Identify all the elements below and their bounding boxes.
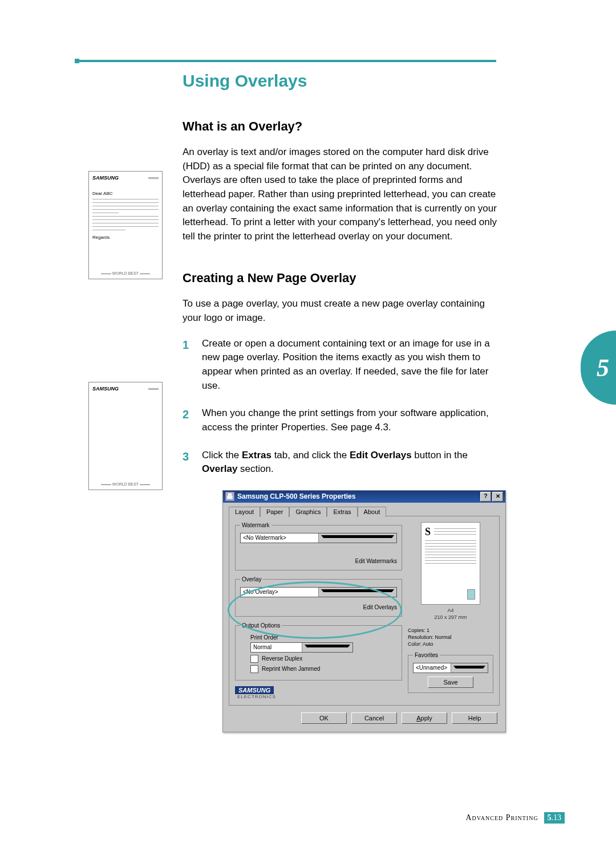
printer-icon: 🖶 — [225, 492, 234, 501]
samsung-logo: SAMSUNG — [235, 686, 274, 694]
print-order-value: Normal — [251, 643, 302, 652]
salutation-text: Dear ABC — [92, 191, 159, 196]
cancel-button[interactable]: Cancel — [351, 712, 397, 724]
watermark-legend: Watermark — [240, 522, 271, 528]
main-content: Using Overlays What is an Overlay? An ov… — [183, 71, 502, 732]
footer-text: WORLD BEST — [99, 482, 152, 486]
watermark-fieldset: Watermark <No Watermark> Edit Watermarks — [235, 522, 402, 570]
preview-paper: A4 — [408, 608, 493, 614]
tab-about[interactable]: About — [358, 507, 387, 517]
chapter-number: 5 — [597, 353, 609, 382]
apply-button[interactable]: Apply — [402, 712, 447, 724]
chevron-down-icon[interactable] — [318, 533, 396, 543]
help-button[interactable]: ? — [480, 492, 491, 502]
checkbox-icon — [250, 655, 258, 663]
chapter-tab: 5 — [581, 331, 616, 405]
ok-button[interactable]: OK — [301, 712, 347, 724]
chevron-down-icon[interactable] — [318, 588, 396, 597]
overlay-legend: Overlay — [240, 576, 263, 582]
heading-2b: Creating a New Page Overlay — [183, 271, 502, 286]
step-text: When you change the print settings from … — [202, 406, 502, 434]
overlay-example-illustration-1: SAMSUNG Dear ABC Regards WORLD BEST — [88, 171, 163, 279]
favorites-fieldset: Favorites <Unnamed> Save — [408, 652, 493, 693]
page-footer: Advanced Printing 5.13 — [0, 812, 565, 824]
tab-content: Watermark <No Watermark> Edit Watermarks — [229, 516, 500, 706]
watermark-value: <No Watermark> — [241, 533, 318, 543]
footer-section: Advanced Printing — [466, 813, 538, 822]
overlay-example-illustration-2: SAMSUNG WORLD BEST — [88, 382, 163, 490]
intro-paragraph: An overlay is text and/or images stored … — [183, 145, 502, 243]
footer-text: WORLD BEST — [99, 271, 152, 275]
heading-2a: What is an Overlay? — [183, 119, 502, 134]
tab-paper[interactable]: Paper — [260, 507, 289, 517]
page: SAMSUNG Dear ABC Regards WORLD BEST SAMS… — [0, 0, 616, 868]
intro-paragraph-2: To use a page overlay, you must create a… — [183, 297, 502, 325]
reprint-jammed-checkbox[interactable]: Reprint When Jammed — [250, 665, 397, 673]
overlay-dropdown[interactable]: <No Overlay> — [240, 587, 397, 597]
favorites-value: <Unnamed> — [414, 663, 451, 673]
output-options-legend: Output Options — [240, 622, 282, 629]
edit-overlays-button[interactable]: Edit Overlays — [363, 603, 397, 612]
step-number: 1 — [183, 337, 194, 393]
close-button[interactable]: ✕ — [492, 492, 503, 502]
tab-graphics[interactable]: Graphics — [289, 507, 327, 517]
favorites-dropdown[interactable]: <Unnamed> — [413, 663, 488, 673]
chevron-down-icon[interactable] — [302, 643, 353, 652]
step-number: 3 — [183, 449, 194, 476]
checkbox-icon — [250, 665, 258, 673]
step-1: 1 Create or open a document containing t… — [183, 337, 502, 393]
titlebar: 🖶 Samsung CLP-500 Series Properties ? ✕ — [223, 491, 505, 503]
step-list: 1 Create or open a document containing t… — [183, 337, 502, 476]
copies-info: Copies: 1 — [408, 627, 493, 634]
page-preview: S — [421, 522, 480, 605]
print-order-label: Print Order — [250, 634, 397, 641]
regards-text: Regards — [92, 235, 159, 240]
footer-pagebox: 5.13 — [544, 812, 565, 824]
chevron-down-icon[interactable] — [451, 663, 488, 673]
output-options-fieldset: Output Options Print Order Normal — [235, 622, 402, 680]
step-2: 2 When you change the print settings fro… — [183, 406, 502, 434]
step-number: 2 — [183, 406, 194, 434]
tab-bar: Layout Paper Graphics Extras About — [229, 506, 500, 516]
step-3: 3 Click the Extras tab, and click the Ed… — [183, 449, 502, 476]
watermark-dropdown[interactable]: <No Watermark> — [240, 533, 397, 543]
properties-dialog: 🖶 Samsung CLP-500 Series Properties ? ✕ … — [222, 490, 506, 732]
brand-sub: ELECTRONICS — [237, 694, 402, 699]
favorites-legend: Favorites — [413, 652, 440, 658]
dialog-title: Samsung CLP-500 Series Properties — [237, 492, 355, 500]
tab-layout[interactable]: Layout — [229, 507, 260, 517]
reverse-duplex-checkbox[interactable]: Reverse Duplex — [250, 655, 397, 663]
brand-logo: SAMSUNG — [92, 175, 119, 181]
preview-dims: 210 x 297 mm — [408, 614, 493, 621]
edit-watermarks-button[interactable]: Edit Watermarks — [355, 557, 397, 565]
save-favorite-button[interactable]: Save — [428, 677, 473, 688]
dialog-button-row: OK Cancel Apply Help — [229, 709, 500, 726]
brand-logo: SAMSUNG — [92, 386, 119, 392]
overlay-value: <No Overlay> — [241, 588, 318, 597]
tab-extras[interactable]: Extras — [327, 507, 357, 517]
overlay-fieldset: Overlay <No Overlay> Edit Overlays — [235, 576, 402, 617]
print-order-dropdown[interactable]: Normal — [250, 642, 353, 653]
help-button[interactable]: Help — [452, 712, 497, 724]
resolution-info: Resolution: Normal — [408, 634, 493, 641]
step-text: Create or open a document containing tex… — [202, 337, 502, 393]
color-info: Color: Auto — [408, 641, 493, 648]
dialog-screenshot: 🖶 Samsung CLP-500 Series Properties ? ✕ … — [222, 490, 502, 732]
step-text: Click the Extras tab, and click the Edit… — [202, 449, 502, 476]
heading-1: Using Overlays — [183, 71, 502, 91]
header-rule — [76, 60, 496, 62]
